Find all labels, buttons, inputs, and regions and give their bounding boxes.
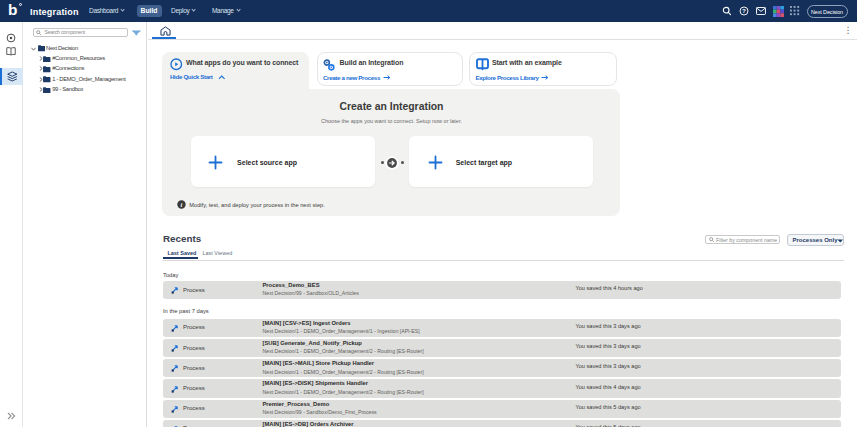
svg-text:i: i — [181, 201, 183, 208]
svg-text:?: ? — [742, 7, 746, 14]
